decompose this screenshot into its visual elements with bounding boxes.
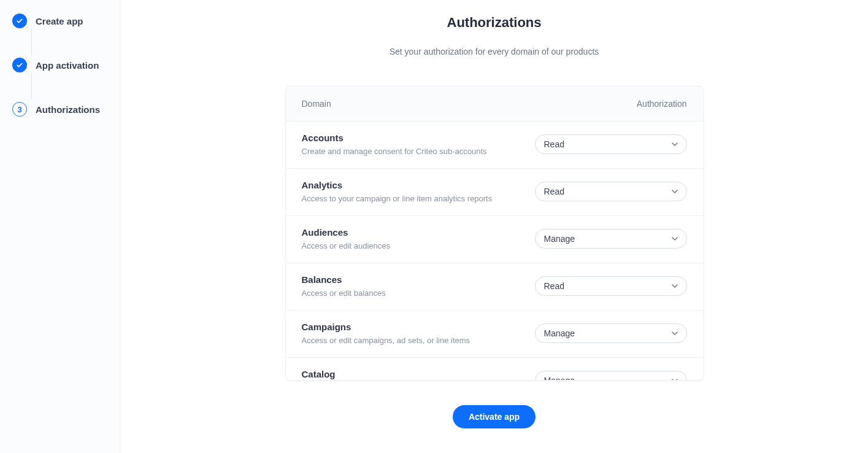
chevron-down-icon <box>672 377 678 381</box>
select-value: Read <box>544 139 564 149</box>
table-row: Catalog Access or edit products Manage <box>286 357 703 381</box>
domain-desc: Access or edit audiences <box>302 241 535 250</box>
table-row: Accounts Create and manage consent for C… <box>286 121 703 168</box>
domain-desc: Access to your campaign or line item ana… <box>302 194 535 203</box>
step-connector <box>31 72 32 99</box>
authorization-select[interactable]: Manage <box>535 229 687 249</box>
authorization-select[interactable]: Read <box>535 134 687 154</box>
stepper-sidebar: Create app App activation 3 Authorizatio… <box>0 0 120 453</box>
table-header: Domain Authorization <box>286 87 703 121</box>
page-subtitle: Set your authorization for every domain … <box>390 47 599 56</box>
activate-app-button[interactable]: Activate app <box>453 405 536 428</box>
step-number-icon: 3 <box>12 102 27 117</box>
step-create-app[interactable]: Create app <box>12 12 120 29</box>
step-connector <box>31 28 32 55</box>
check-icon <box>12 58 27 72</box>
chevron-down-icon <box>672 330 678 336</box>
select-value: Read <box>544 281 564 291</box>
authorization-select[interactable]: Read <box>535 182 687 201</box>
column-domain: Domain <box>302 99 535 109</box>
column-authorization: Authorization <box>535 99 687 109</box>
chevron-down-icon <box>672 188 678 195</box>
select-value: Read <box>544 187 564 196</box>
chevron-down-icon <box>672 283 678 289</box>
select-value: Manage <box>544 376 575 381</box>
table-row: Audiences Access or edit audiences Manag… <box>286 215 703 263</box>
chevron-down-icon <box>672 141 678 147</box>
domain-desc: Access or edit campaigns, ad sets, or li… <box>302 336 535 345</box>
step-app-activation[interactable]: App activation <box>12 56 120 74</box>
domain-name: Audiences <box>302 227 535 238</box>
step-label: Authorizations <box>36 104 100 115</box>
check-icon <box>12 14 27 28</box>
authorization-select[interactable]: Manage <box>535 371 687 381</box>
domain-name: Catalog <box>302 369 535 379</box>
domain-name: Accounts <box>302 133 535 143</box>
domain-name: Analytics <box>302 180 535 190</box>
domain-desc: Access or edit balances <box>302 288 535 298</box>
select-value: Manage <box>544 234 575 244</box>
authorization-select[interactable]: Read <box>535 276 687 296</box>
page-title: Authorizations <box>447 15 542 31</box>
chevron-down-icon <box>672 236 678 242</box>
step-label: App activation <box>36 60 99 71</box>
table-row: Balances Access or edit balances Read <box>286 263 703 310</box>
domain-name: Balances <box>302 274 535 285</box>
authorization-select[interactable]: Manage <box>535 323 687 343</box>
select-value: Manage <box>544 328 575 338</box>
table-row: Campaigns Access or edit campaigns, ad s… <box>286 310 703 357</box>
domain-name: Campaigns <box>302 322 535 332</box>
main-content: Authorizations Set your authorization fo… <box>120 0 868 453</box>
authorizations-table: Domain Authorization Accounts Create and… <box>285 86 704 381</box>
step-label: Create app <box>36 16 83 26</box>
table-row: Analytics Access to your campaign or lin… <box>286 168 703 215</box>
domain-desc: Create and manage consent for Criteo sub… <box>302 147 535 156</box>
step-authorizations[interactable]: 3 Authorizations <box>12 101 120 118</box>
